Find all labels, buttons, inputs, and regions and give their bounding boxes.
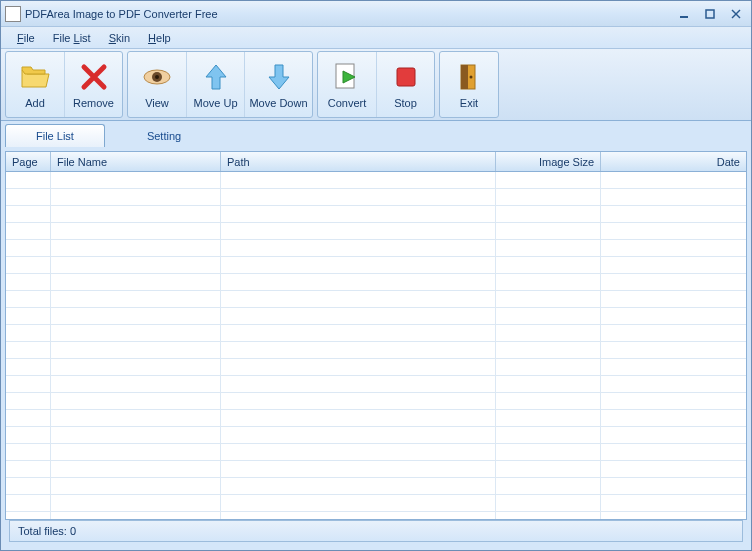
- cell: [496, 189, 601, 205]
- cell: [496, 410, 601, 426]
- stop-icon: [390, 61, 422, 93]
- close-icon: [731, 9, 741, 19]
- stop-label: Stop: [394, 97, 417, 109]
- maximize-icon: [705, 9, 715, 19]
- cell: [601, 359, 746, 375]
- cell: [51, 274, 221, 290]
- table-row[interactable]: [6, 240, 746, 257]
- table-row[interactable]: [6, 206, 746, 223]
- cell: [221, 512, 496, 519]
- table-row[interactable]: [6, 274, 746, 291]
- table-row[interactable]: [6, 223, 746, 240]
- table-row[interactable]: [6, 444, 746, 461]
- col-filename[interactable]: File Name: [51, 152, 221, 171]
- cell: [221, 444, 496, 460]
- convert-button[interactable]: Convert: [318, 52, 376, 117]
- cell: [221, 172, 496, 188]
- status-text: Total files: 0: [18, 525, 76, 537]
- exit-button[interactable]: Exit: [440, 52, 498, 117]
- cell: [496, 257, 601, 273]
- table-row[interactable]: [6, 478, 746, 495]
- close-button[interactable]: [725, 5, 747, 23]
- table-row[interactable]: [6, 342, 746, 359]
- toolbar-group-file: Add Remove: [5, 51, 123, 118]
- toolbar-group-action: Convert Stop: [317, 51, 435, 118]
- table-row[interactable]: [6, 376, 746, 393]
- table-row[interactable]: [6, 495, 746, 512]
- tab-setting[interactable]: Setting: [107, 125, 221, 147]
- cell: [496, 172, 601, 188]
- stop-button[interactable]: Stop: [376, 52, 434, 117]
- cell: [6, 461, 51, 477]
- tab-filelist[interactable]: File List: [5, 124, 105, 147]
- table-row[interactable]: [6, 512, 746, 519]
- cell: [6, 478, 51, 494]
- col-imagesize[interactable]: Image Size: [496, 152, 601, 171]
- cell: [51, 410, 221, 426]
- cell: [496, 461, 601, 477]
- cell: [601, 223, 746, 239]
- cell: [601, 240, 746, 256]
- table-row[interactable]: [6, 325, 746, 342]
- cell: [496, 308, 601, 324]
- cell: [601, 206, 746, 222]
- cell: [601, 172, 746, 188]
- col-date[interactable]: Date: [601, 152, 746, 171]
- cell: [221, 495, 496, 511]
- toolbar-group-exit: Exit: [439, 51, 499, 118]
- maximize-button[interactable]: [699, 5, 721, 23]
- eye-icon: [141, 61, 173, 93]
- table-row[interactable]: [6, 461, 746, 478]
- cell: [6, 325, 51, 341]
- table-row[interactable]: [6, 291, 746, 308]
- col-path[interactable]: Path: [221, 152, 496, 171]
- table-row[interactable]: [6, 189, 746, 206]
- cell: [601, 478, 746, 494]
- menu-file[interactable]: File: [9, 30, 43, 46]
- movedown-button[interactable]: Move Down: [244, 52, 312, 117]
- cell: [221, 206, 496, 222]
- remove-button[interactable]: Remove: [64, 52, 122, 117]
- svg-rect-10: [461, 65, 468, 89]
- toolbar: Add Remove View Move Up: [1, 49, 751, 121]
- cell: [496, 223, 601, 239]
- col-page[interactable]: Page: [6, 152, 51, 171]
- arrow-up-icon: [200, 61, 232, 93]
- view-button[interactable]: View: [128, 52, 186, 117]
- remove-label: Remove: [73, 97, 114, 109]
- table-row[interactable]: [6, 393, 746, 410]
- convert-label: Convert: [328, 97, 367, 109]
- table-body[interactable]: [6, 172, 746, 519]
- cell: [601, 444, 746, 460]
- menu-filelist[interactable]: File List: [45, 30, 99, 46]
- window-controls: [673, 5, 747, 23]
- cell: [601, 376, 746, 392]
- table-row[interactable]: [6, 172, 746, 189]
- cell: [51, 427, 221, 443]
- table-row[interactable]: [6, 359, 746, 376]
- cell: [6, 495, 51, 511]
- cell: [6, 376, 51, 392]
- menu-help[interactable]: Help: [140, 30, 179, 46]
- folder-open-icon: [19, 61, 51, 93]
- cell: [221, 257, 496, 273]
- moveup-button[interactable]: Move Up: [186, 52, 244, 117]
- table-row[interactable]: [6, 308, 746, 325]
- minimize-icon: [679, 9, 689, 19]
- cell: [221, 240, 496, 256]
- titlebar: PDFArea Image to PDF Converter Free: [1, 1, 751, 27]
- file-table: Page File Name Path Image Size Date: [5, 151, 747, 520]
- table-row[interactable]: [6, 257, 746, 274]
- cell: [601, 257, 746, 273]
- cell: [221, 376, 496, 392]
- cell: [6, 240, 51, 256]
- table-row[interactable]: [6, 427, 746, 444]
- window-title: PDFArea Image to PDF Converter Free: [25, 8, 673, 20]
- table-row[interactable]: [6, 410, 746, 427]
- cell: [496, 512, 601, 519]
- add-button[interactable]: Add: [6, 52, 64, 117]
- menu-skin[interactable]: Skin: [101, 30, 138, 46]
- view-label: View: [145, 97, 169, 109]
- app-window: PDFArea Image to PDF Converter Free File…: [0, 0, 752, 551]
- minimize-button[interactable]: [673, 5, 695, 23]
